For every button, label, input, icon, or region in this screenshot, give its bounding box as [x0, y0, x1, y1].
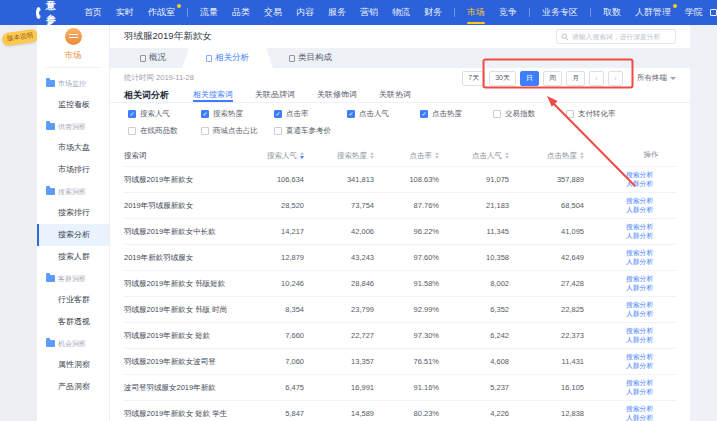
filter-click-heat[interactable]: 点击热度	[420, 109, 493, 119]
nav-item-competition[interactable]: 竞争	[492, 0, 524, 25]
tab-overview[interactable]: 概况	[124, 48, 182, 68]
sidebar-item-search-ranking[interactable]: 搜索排行	[37, 202, 109, 224]
range-day-button[interactable]: 日	[520, 71, 539, 86]
checkbox-icon	[493, 110, 501, 118]
nav-item-service[interactable]: 服务	[321, 0, 353, 25]
nav-item-market[interactable]: 市场	[460, 0, 492, 25]
table-row: 羽绒服2019年新款女波司登 7,060 13,357 76.51% 4,608…	[124, 348, 676, 374]
filter-payment-conversion[interactable]: 支付转化率	[566, 109, 639, 119]
crowd-analysis-link[interactable]: 人群分析	[626, 284, 653, 293]
nav-item-warroom[interactable]: 作战室	[141, 0, 182, 25]
crowd-analysis-link[interactable]: 人群分析	[626, 180, 653, 189]
nav-item-traffic[interactable]: 流量	[193, 0, 225, 25]
search-analysis-link[interactable]: 搜索分析	[626, 275, 653, 284]
cell-click-heat: 42,649	[509, 253, 584, 262]
search-input[interactable]	[572, 33, 671, 40]
sidebar-item-industry-customers[interactable]: 行业客群	[37, 289, 109, 311]
sidebar: 市场 市场监控 监控看板 供需洞察 市场大盘 市场排行 搜索洞察 搜索排行 搜索…	[37, 25, 110, 421]
search-analysis-link[interactable]: 搜索分析	[626, 327, 653, 336]
col-search-heat[interactable]: 搜索热度	[304, 151, 374, 161]
subtab-related-search-words[interactable]: 相关搜索词	[193, 88, 233, 102]
tab-related-analysis[interactable]: 相关分析	[182, 48, 273, 68]
crowd-analysis-link[interactable]: 人群分析	[626, 362, 653, 371]
crowd-analysis-link[interactable]: 人群分析	[626, 310, 653, 319]
crowd-analysis-link[interactable]: 人群分析	[626, 414, 653, 421]
table-header: 搜索词 搜索人气 搜索热度 点击率 点击人气 点击热度 操作	[124, 145, 676, 166]
section-title: 相关词分析	[124, 88, 169, 102]
nav-item-realtime[interactable]: 实时	[109, 0, 141, 25]
subtab-brand-words[interactable]: 关联品牌词	[255, 88, 295, 102]
nav-item-category[interactable]: 品类	[225, 0, 257, 25]
filter-trade-index[interactable]: 交易指数	[493, 109, 566, 119]
chevron-down-icon	[670, 77, 676, 80]
nav-item-content[interactable]: 内容	[289, 0, 321, 25]
filter-click-popularity[interactable]: 点击人气	[347, 109, 420, 119]
search-analysis-link[interactable]: 搜索分析	[626, 249, 653, 258]
search-analysis-link[interactable]: 搜索分析	[626, 301, 653, 310]
search-analysis-link[interactable]: 搜索分析	[626, 171, 653, 180]
sidebar-item-attribute-insight[interactable]: 属性洞察	[37, 354, 109, 376]
crowd-analysis-link[interactable]: 人群分析	[626, 336, 653, 345]
cell-search-heat: 23,799	[304, 305, 374, 314]
sidebar-item-product-insight[interactable]: 产品洞察	[37, 376, 109, 398]
sidebar-group-supply-demand[interactable]: 供需洞察	[37, 116, 109, 137]
keyword-search-box[interactable]	[556, 29, 676, 44]
search-analysis-link[interactable]: 搜索分析	[626, 405, 653, 414]
search-analysis-link[interactable]: 搜索分析	[626, 223, 653, 232]
sidebar-item-search-crowd[interactable]: 搜索人群	[37, 246, 109, 268]
search-analysis-link[interactable]: 搜索分析	[626, 353, 653, 362]
filter-search-popularity[interactable]: 搜索人气	[128, 109, 201, 119]
sidebar-group-market-monitor[interactable]: 市场监控	[37, 73, 109, 94]
nav-item-crowd-management[interactable]: 人群管理	[628, 0, 678, 25]
col-ctr[interactable]: 点击率	[374, 151, 439, 161]
range-month-button[interactable]: 月	[566, 71, 585, 86]
crowd-analysis-link[interactable]: 人群分析	[626, 258, 653, 267]
cell-search-heat: 341,813	[304, 175, 374, 184]
nav-item-business-zone[interactable]: 业务专区	[535, 0, 585, 25]
table-row: 羽绒服2019年新款女 短款 学生 5,847 14,589 80.23% 4,…	[124, 400, 676, 421]
cell-ctr: 97.30%	[374, 331, 439, 340]
nav-item-data-fetch[interactable]: 取数	[596, 0, 628, 25]
nav-item-finance[interactable]: 财务	[417, 0, 449, 25]
crowd-analysis-link[interactable]: 人群分析	[626, 206, 653, 215]
sidebar-group-customer-insight[interactable]: 客群洞察	[37, 268, 109, 289]
range-30d-button[interactable]: 30天	[489, 71, 516, 86]
nav-item-academy[interactable]: 学院	[678, 0, 710, 25]
sidebar-item-customer-perspective[interactable]: 客群透视	[37, 311, 109, 333]
nav-item-home[interactable]: 首页	[77, 0, 109, 25]
nav-item-logistics[interactable]: 物流	[385, 0, 417, 25]
col-click-heat[interactable]: 点击热度	[509, 151, 584, 161]
crowd-analysis-link[interactable]: 人群分析	[626, 388, 653, 397]
range-7d-button[interactable]: 7天	[462, 71, 485, 86]
col-search-term: 搜索词	[124, 151, 234, 161]
terminal-dropdown[interactable]: 所有终端	[637, 73, 676, 83]
range-week-button[interactable]: 周	[543, 71, 562, 86]
search-analysis-link[interactable]: 搜索分析	[626, 379, 653, 388]
sidebar-group-opportunity-insight[interactable]: 机会洞察	[37, 333, 109, 354]
filter-ztc-reference-price[interactable]: 直通车参考价	[274, 126, 347, 136]
next-date-button[interactable]: ›	[608, 71, 623, 86]
filter-mall-click-share[interactable]: 商城点击占比	[201, 126, 274, 136]
subtab-hot-words[interactable]: 关联热词	[379, 88, 411, 102]
sidebar-item-search-analysis[interactable]: 搜索分析	[37, 224, 109, 246]
filter-search-heat[interactable]: 搜索热度	[201, 109, 274, 119]
nav-item-marketing[interactable]: 营销	[353, 0, 385, 25]
nav-item-trade[interactable]: 交易	[257, 0, 289, 25]
filter-ctr[interactable]: 点击率	[274, 109, 347, 119]
cell-term: 2019年新款羽绒服女	[124, 253, 234, 263]
cell-click-pop: 8,002	[439, 279, 509, 288]
sidebar-item-monitor-board[interactable]: 监控看板	[37, 94, 109, 116]
search-analysis-link[interactable]: 搜索分析	[626, 197, 653, 206]
sidebar-item-market-overview[interactable]: 市场大盘	[37, 137, 109, 159]
subtab-modifier-words[interactable]: 关联修饰词	[317, 88, 357, 102]
col-search-popularity[interactable]: 搜索人气	[234, 151, 304, 161]
version-badge[interactable]: 版本说明	[1, 29, 38, 47]
messages-entry[interactable]: 消息	[710, 1, 717, 25]
col-click-popularity[interactable]: 点击人气	[439, 151, 509, 161]
sidebar-group-search-insight[interactable]: 搜索洞察	[37, 181, 109, 202]
prev-date-button[interactable]: ‹	[589, 71, 604, 86]
sidebar-item-market-ranking[interactable]: 市场排行	[37, 159, 109, 181]
filter-online-products[interactable]: 在线商品数	[128, 126, 201, 136]
tab-category-composition[interactable]: 类目构成	[273, 48, 348, 68]
crowd-analysis-link[interactable]: 人群分析	[626, 232, 653, 241]
